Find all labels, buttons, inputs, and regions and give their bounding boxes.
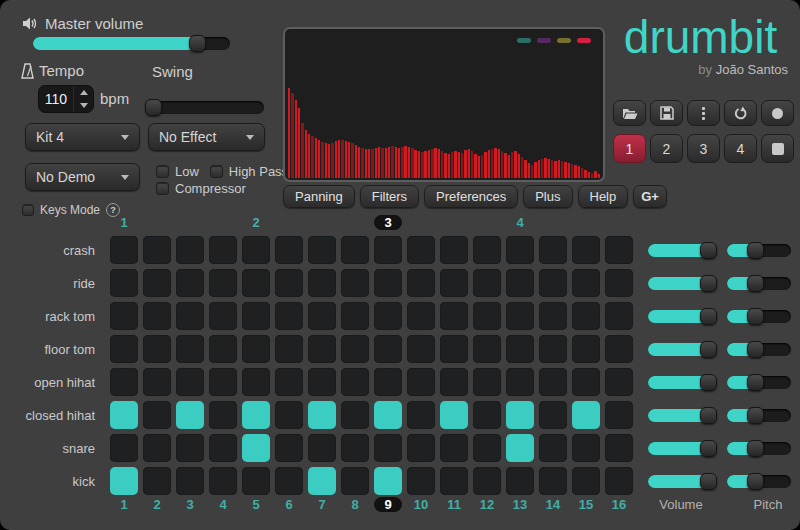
tab-g[interactable]: G+ (633, 185, 667, 208)
step-cell-floor-tom-3[interactable] (176, 335, 204, 363)
step-cell-open-hihat-13[interactable] (506, 368, 534, 396)
step-cell-closed-hihat-16[interactable] (605, 401, 633, 429)
pitch-slider-kick[interactable] (727, 475, 791, 488)
step-cell-crash-10[interactable] (407, 236, 435, 264)
step-cell-ride-3[interactable] (176, 269, 204, 297)
step-cell-open-hihat-3[interactable] (176, 368, 204, 396)
step-cell-floor-tom-1[interactable] (110, 335, 138, 363)
step-cell-kick-6[interactable] (275, 467, 303, 495)
step-cell-open-hihat-11[interactable] (440, 368, 468, 396)
step-cell-closed-hihat-3[interactable] (176, 401, 204, 429)
step-cell-crash-5[interactable] (242, 236, 270, 264)
pitch-slider-open-hihat[interactable] (727, 376, 791, 389)
pitch-slider-floor-tom-thumb[interactable] (747, 341, 764, 358)
step-cell-ride-1[interactable] (110, 269, 138, 297)
step-cell-floor-tom-5[interactable] (242, 335, 270, 363)
master-volume-slider-thumb[interactable] (189, 35, 206, 52)
step-cell-closed-hihat-9[interactable] (374, 401, 402, 429)
tempo-up-button[interactable] (74, 86, 93, 99)
step-cell-snare-2[interactable] (143, 434, 171, 462)
tab-preferences[interactable]: Preferences (424, 185, 518, 208)
volume-slider-snare[interactable] (648, 442, 716, 455)
step-cell-crash-6[interactable] (275, 236, 303, 264)
step-cell-ride-10[interactable] (407, 269, 435, 297)
pitch-slider-ride-thumb[interactable] (747, 275, 764, 292)
step-cell-snare-10[interactable] (407, 434, 435, 462)
volume-slider-closed-hihat-thumb[interactable] (700, 407, 717, 424)
step-cell-kick-2[interactable] (143, 467, 171, 495)
step-cell-crash-13[interactable] (506, 236, 534, 264)
step-cell-open-hihat-16[interactable] (605, 368, 633, 396)
step-cell-rack-tom-1[interactable] (110, 302, 138, 330)
pattern-button-2[interactable]: 2 (650, 134, 683, 163)
step-cell-floor-tom-4[interactable] (209, 335, 237, 363)
step-cell-rack-tom-7[interactable] (308, 302, 336, 330)
compressor-checkbox[interactable] (156, 182, 169, 195)
step-cell-kick-12[interactable] (473, 467, 501, 495)
master-volume-slider[interactable] (33, 37, 230, 50)
step-cell-open-hihat-2[interactable] (143, 368, 171, 396)
step-cell-floor-tom-6[interactable] (275, 335, 303, 363)
step-cell-closed-hihat-6[interactable] (275, 401, 303, 429)
volume-slider-kick-thumb[interactable] (700, 473, 717, 490)
step-cell-closed-hihat-1[interactable] (110, 401, 138, 429)
step-cell-rack-tom-3[interactable] (176, 302, 204, 330)
step-cell-rack-tom-15[interactable] (572, 302, 600, 330)
step-cell-closed-hihat-5[interactable] (242, 401, 270, 429)
pitch-slider-floor-tom[interactable] (727, 343, 791, 356)
step-cell-rack-tom-16[interactable] (605, 302, 633, 330)
volume-slider-floor-tom-thumb[interactable] (700, 341, 717, 358)
tab-filters[interactable]: Filters (360, 185, 419, 208)
volume-slider-open-hihat[interactable] (648, 376, 716, 389)
volume-slider-rack-tom[interactable] (648, 310, 716, 323)
step-cell-open-hihat-7[interactable] (308, 368, 336, 396)
step-cell-rack-tom-8[interactable] (341, 302, 369, 330)
pitch-slider-snare[interactable] (727, 442, 791, 455)
step-cell-open-hihat-8[interactable] (341, 368, 369, 396)
step-cell-snare-8[interactable] (341, 434, 369, 462)
step-cell-ride-6[interactable] (275, 269, 303, 297)
step-cell-ride-4[interactable] (209, 269, 237, 297)
step-cell-open-hihat-9[interactable] (374, 368, 402, 396)
step-cell-snare-7[interactable] (308, 434, 336, 462)
low-checkbox[interactable] (156, 165, 169, 178)
step-cell-kick-15[interactable] (572, 467, 600, 495)
step-cell-open-hihat-10[interactable] (407, 368, 435, 396)
step-cell-kick-13[interactable] (506, 467, 534, 495)
pitch-slider-rack-tom-thumb[interactable] (747, 308, 764, 325)
step-cell-closed-hihat-10[interactable] (407, 401, 435, 429)
step-cell-crash-15[interactable] (572, 236, 600, 264)
open-file-button[interactable] (613, 100, 646, 126)
step-cell-crash-12[interactable] (473, 236, 501, 264)
step-cell-rack-tom-12[interactable] (473, 302, 501, 330)
step-cell-snare-4[interactable] (209, 434, 237, 462)
step-cell-snare-11[interactable] (440, 434, 468, 462)
tab-plus[interactable]: Plus (523, 185, 572, 208)
step-cell-kick-1[interactable] (110, 467, 138, 495)
step-cell-snare-15[interactable] (572, 434, 600, 462)
step-cell-closed-hihat-8[interactable] (341, 401, 369, 429)
step-cell-open-hihat-4[interactable] (209, 368, 237, 396)
pitch-slider-crash[interactable] (727, 244, 791, 257)
pitch-slider-closed-hihat-thumb[interactable] (747, 407, 764, 424)
step-cell-ride-14[interactable] (539, 269, 567, 297)
step-cell-closed-hihat-7[interactable] (308, 401, 336, 429)
step-cell-ride-5[interactable] (242, 269, 270, 297)
step-cell-kick-14[interactable] (539, 467, 567, 495)
step-cell-rack-tom-14[interactable] (539, 302, 567, 330)
tempo-down-button[interactable] (74, 99, 93, 112)
step-cell-floor-tom-9[interactable] (374, 335, 402, 363)
step-cell-floor-tom-8[interactable] (341, 335, 369, 363)
step-cell-floor-tom-15[interactable] (572, 335, 600, 363)
undo-button[interactable] (724, 100, 757, 126)
step-cell-snare-16[interactable] (605, 434, 633, 462)
record-button[interactable] (761, 100, 794, 126)
step-cell-snare-1[interactable] (110, 434, 138, 462)
step-cell-rack-tom-11[interactable] (440, 302, 468, 330)
step-cell-kick-5[interactable] (242, 467, 270, 495)
demo-select[interactable]: No Demo (25, 163, 140, 191)
volume-slider-kick[interactable] (648, 475, 716, 488)
step-cell-kick-16[interactable] (605, 467, 633, 495)
step-cell-crash-9[interactable] (374, 236, 402, 264)
step-cell-floor-tom-11[interactable] (440, 335, 468, 363)
